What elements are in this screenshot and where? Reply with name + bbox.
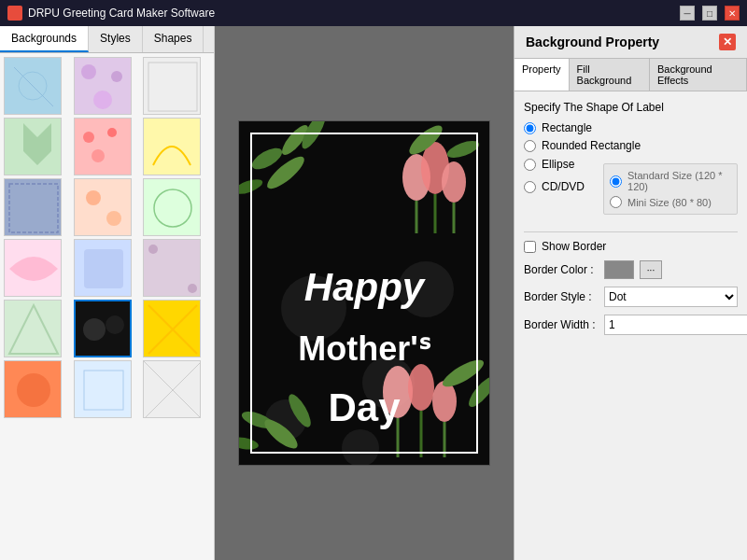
tab-fill-background[interactable]: Fill Background <box>570 59 650 91</box>
card-canvas: Happy Mother'ˢ Day <box>238 120 490 466</box>
svg-point-33 <box>106 315 124 334</box>
rounded-rectangle-label: Rounded Rectangle <box>542 139 641 152</box>
svg-point-20 <box>106 211 121 226</box>
border-style-select[interactable]: Dot Solid Dash DashDot DashDotDot <box>604 287 738 307</box>
svg-rect-25 <box>84 249 123 288</box>
right-panel-header: Background Property ✕ <box>514 26 747 59</box>
svg-point-62 <box>408 364 434 411</box>
cddvd-radio[interactable] <box>524 181 536 193</box>
thumbnail-item[interactable] <box>4 57 62 115</box>
left-panel-tabs: Backgrounds Styles Shapes <box>0 26 214 53</box>
standard-size-radio[interactable] <box>610 175 622 188</box>
svg-rect-11 <box>75 119 132 175</box>
svg-rect-16 <box>5 179 62 236</box>
rectangle-option: Rectangle <box>524 121 738 134</box>
svg-point-71 <box>239 435 260 451</box>
cddvd-label: CD/DVD <box>542 180 585 193</box>
border-width-label: Border Width : <box>524 318 599 331</box>
svg-point-50 <box>239 176 264 197</box>
thumbnail-item[interactable] <box>4 300 62 357</box>
thumbnail-item[interactable] <box>74 239 132 297</box>
show-border-checkbox[interactable] <box>524 241 536 253</box>
cddvd-option: CD/DVD <box>524 180 585 193</box>
close-panel-button[interactable]: ✕ <box>719 34 736 50</box>
thumbnail-grid <box>4 57 210 418</box>
svg-point-19 <box>86 190 101 205</box>
svg-point-13 <box>107 128 117 137</box>
minimize-button[interactable]: ─ <box>680 6 695 21</box>
standard-size-label: Standard Size (120 * 120) <box>627 170 731 192</box>
thumbnail-item[interactable] <box>4 360 62 418</box>
show-border-label: Show Border <box>542 240 606 253</box>
svg-point-63 <box>432 381 457 422</box>
svg-point-55 <box>442 161 466 203</box>
card-text-happy: Happy <box>304 265 424 310</box>
size-sub-options: Standard Size (120 * 120) Mini Size (80 … <box>603 163 738 215</box>
mini-size-radio[interactable] <box>610 196 622 208</box>
border-color-label: Border Color : <box>524 263 599 276</box>
thumbnail-item[interactable] <box>143 57 201 115</box>
window-controls: ─ □ ✕ <box>680 6 740 21</box>
ellipse-label: Ellipse <box>542 158 574 171</box>
close-button[interactable]: ✕ <box>725 6 740 21</box>
thumbnail-item[interactable] <box>74 300 132 357</box>
card-text-day: Day <box>328 385 400 430</box>
border-width-input[interactable] <box>604 315 747 335</box>
thumbnail-item[interactable] <box>143 178 201 236</box>
svg-point-12 <box>83 132 94 143</box>
border-color-row: Border Color : ··· <box>524 260 738 279</box>
thumbnail-item[interactable] <box>74 360 132 418</box>
app-title: DRPU Greeting Card Maker Software <box>28 7 680 20</box>
ellipse-cddvd-row: Ellipse CD/DVD Standard Size (120 * 120) <box>524 158 738 224</box>
tab-styles[interactable]: Styles <box>89 26 143 52</box>
tab-background-effects[interactable]: Background Effects <box>650 59 747 91</box>
shape-radio-group: Rectangle Rounded Rectangle <box>524 121 738 152</box>
thumbnail-item[interactable] <box>143 360 201 418</box>
border-width-row: Border Width : ▲ ▼ <box>524 315 738 335</box>
border-color-picker-button[interactable]: ··· <box>640 260 662 279</box>
main-layout: Backgrounds Styles Shapes <box>0 26 747 560</box>
tab-property[interactable]: Property <box>514 59 570 91</box>
section-title: Specify The Shape Of Label <box>524 101 738 114</box>
border-color-swatch[interactable] <box>604 260 634 279</box>
svg-point-72 <box>285 391 315 430</box>
svg-point-5 <box>111 71 122 82</box>
thumbnail-item[interactable] <box>4 178 62 236</box>
maximize-button[interactable]: □ <box>702 6 717 21</box>
svg-point-60 <box>445 137 482 161</box>
thumbnail-item[interactable] <box>143 118 201 175</box>
standard-size-option: Standard Size (120 * 120) <box>610 170 731 192</box>
svg-point-14 <box>92 149 105 162</box>
svg-rect-29 <box>5 301 62 357</box>
border-style-label: Border Style : <box>524 290 599 303</box>
svg-point-28 <box>188 284 197 293</box>
border-style-row: Border Style : Dot Solid Dash DashDot Da… <box>524 287 738 307</box>
svg-point-68 <box>465 373 489 411</box>
card-text-mothers: Mother'ˢ <box>298 329 430 369</box>
property-tabs: Property Fill Background Background Effe… <box>514 59 747 91</box>
svg-point-6 <box>93 91 112 109</box>
thumbnail-item[interactable] <box>143 239 201 297</box>
ellipse-radio[interactable] <box>524 159 536 171</box>
ellipse-option: Ellipse <box>524 158 585 171</box>
show-border-row: Show Border <box>524 240 738 253</box>
svg-rect-7 <box>144 58 201 115</box>
thumbnail-item[interactable] <box>74 118 132 175</box>
thumbnail-item[interactable] <box>143 300 201 357</box>
rectangle-label: Rectangle <box>542 121 592 134</box>
svg-point-70 <box>261 415 302 454</box>
thumbnail-area <box>0 53 214 560</box>
rounded-rectangle-radio[interactable] <box>524 140 536 152</box>
thumbnail-item[interactable] <box>74 178 132 236</box>
rectangle-radio[interactable] <box>524 122 536 134</box>
thumbnail-item[interactable] <box>4 239 62 297</box>
svg-point-27 <box>148 245 158 254</box>
mini-size-label: Mini Size (80 * 80) <box>627 197 712 208</box>
tab-backgrounds[interactable]: Backgrounds <box>0 26 89 52</box>
thumbnail-item[interactable] <box>74 57 132 115</box>
svg-rect-21 <box>144 179 201 236</box>
thumbnail-item[interactable] <box>4 118 62 175</box>
tab-shapes[interactable]: Shapes <box>143 26 204 52</box>
svg-point-32 <box>83 318 106 341</box>
border-width-spinner: ▲ ▼ <box>604 315 747 335</box>
